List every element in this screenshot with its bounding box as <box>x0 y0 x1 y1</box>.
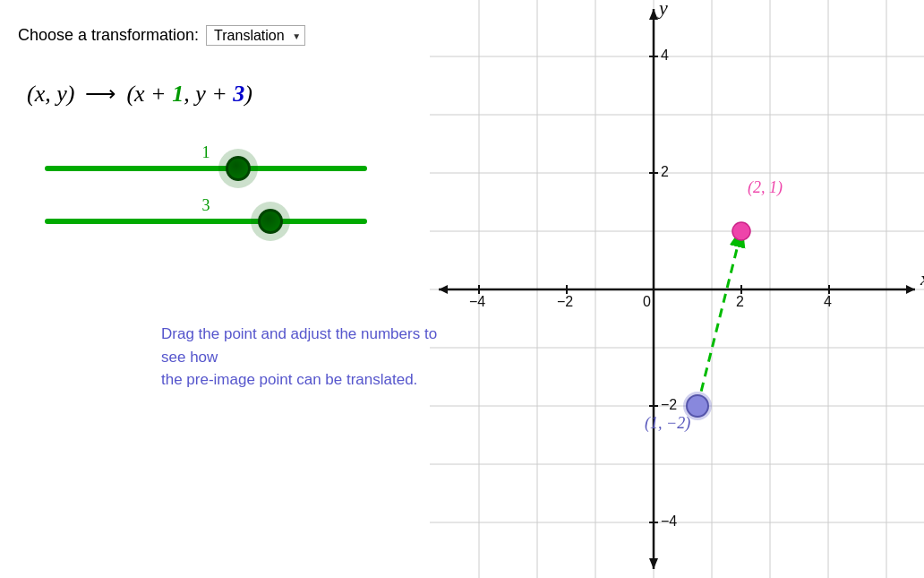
tick-neg2-x: −2 <box>557 294 573 309</box>
image-dot <box>732 222 750 240</box>
slider1-row: 1 <box>45 143 367 171</box>
choose-transform-row: Choose a transformation: Translation Ref… <box>18 25 305 46</box>
slider1-label: 1 <box>45 143 367 162</box>
slider2-track <box>45 219 367 224</box>
tick-0: 0 <box>643 294 651 309</box>
transform-select-wrapper[interactable]: Translation Reflection Rotation Dilation <box>206 25 305 46</box>
tick-neg2-y: −2 <box>661 397 677 412</box>
translation-arrow <box>697 231 741 406</box>
graph-container: x y −4 <box>430 0 924 578</box>
instruction-line1: Drag the point and adjust the numbers to… <box>161 325 437 366</box>
slider2-row: 3 <box>45 196 367 224</box>
slider2-thumb[interactable] <box>258 209 283 234</box>
tick-4-x: 4 <box>824 294 832 309</box>
slider1-track <box>45 166 367 171</box>
y-axis-arrow-down <box>649 558 658 569</box>
formula-value2: 3 <box>233 81 244 107</box>
image-label: (2, 1) <box>748 178 783 197</box>
tick-2-y: 2 <box>661 164 669 179</box>
x-axis-arrow <box>906 285 915 294</box>
tick-neg4-y: −4 <box>661 513 677 529</box>
tick-4-y: 4 <box>661 47 669 63</box>
formula-arrow: ⟶ <box>85 82 116 107</box>
x-axis-arrow-left <box>439 285 448 294</box>
y-axis-label: y <box>657 0 668 19</box>
x-axis-label: x <box>920 267 924 289</box>
formula-display: (x, y) ⟶ (x + 1, y + 3) <box>27 81 252 108</box>
sliders-section: 1 3 <box>45 143 367 249</box>
transform-select[interactable]: Translation Reflection Rotation Dilation <box>206 25 305 46</box>
slider1-thumb[interactable] <box>226 156 251 181</box>
slider2-label: 3 <box>45 196 367 215</box>
pre-image-label: (1, −2) <box>645 414 690 433</box>
tick-neg4-x: −4 <box>469 294 485 309</box>
instruction-line2: the pre-image point can be translated. <box>161 371 417 388</box>
instruction-text: Drag the point and adjust the numbers to… <box>161 323 439 392</box>
tick-2-x: 2 <box>736 294 744 309</box>
y-axis-arrow-up <box>649 9 658 20</box>
left-panel: Choose a transformation: Translation Ref… <box>0 0 430 578</box>
formula-prefix: (x, y) <box>27 81 74 108</box>
formula-result: (x + 1, y + 3) <box>126 81 252 108</box>
graph-svg: x y −4 <box>430 0 924 578</box>
formula-value1: 1 <box>172 81 184 107</box>
choose-label: Choose a transformation: <box>18 26 199 45</box>
